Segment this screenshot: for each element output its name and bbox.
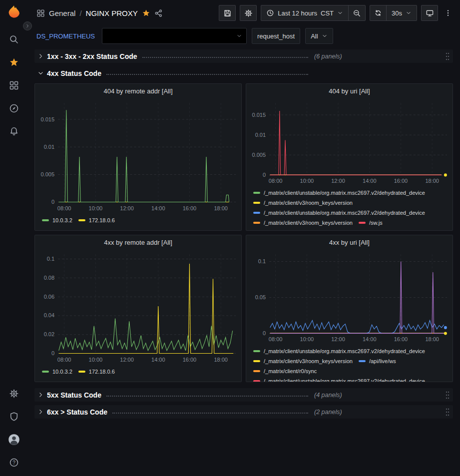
legend-item[interactable]: /api/live/ws — [359, 356, 396, 366]
refresh-button[interactable] — [370, 5, 387, 21]
favorite-star-icon[interactable] — [142, 9, 150, 17]
legend-item[interactable]: /_matrix/client/unstable/org.matrix.msc2… — [253, 208, 425, 218]
panel-404-by-remote-addr: 404 by remote addr [All] 00.0050.010.015… — [34, 83, 242, 231]
legend-series-marker — [359, 360, 366, 362]
sidebar-expand-button[interactable] — [23, 21, 32, 30]
legend-item[interactable]: /_matrix/client/unstable/org.matrix.msc2… — [253, 188, 425, 198]
search-icon — [9, 34, 19, 44]
panel-title[interactable]: 404 by uri [All] — [329, 87, 370, 95]
row-title[interactable]: 5xx Status Code — [47, 391, 101, 399]
chevron-right-icon — [37, 53, 44, 59]
time-range-picker[interactable]: Last 12 hours CST — [261, 5, 349, 21]
row-title-block: 6xx > Status Code — [34, 408, 308, 416]
svg-text:0: 0 — [263, 330, 266, 336]
sidebar-item-search[interactable] — [3, 28, 24, 51]
kebab-icon — [444, 9, 452, 17]
panel-title[interactable]: 404 by remote addr [All] — [103, 87, 172, 95]
svg-text:0.015: 0.015 — [252, 112, 266, 118]
cycle-view-mode-button[interactable] — [421, 5, 438, 21]
row-panel-count: (4 panels) — [314, 392, 342, 399]
legend-item[interactable]: 10.0.3.2 — [42, 367, 72, 377]
row-4xx[interactable]: 4xx Status Code — [34, 66, 453, 80]
svg-text:08:00: 08:00 — [269, 336, 283, 342]
legend-item[interactable]: /_matrix/client/r0/sync — [253, 366, 317, 376]
panel-title[interactable]: 4xx by uri [All] — [329, 239, 370, 246]
row-title[interactable]: 1xx - 3xx - 2xx Status Code — [47, 52, 137, 60]
row-6xx[interactable]: 6xx > Status Code (2 panels) — [34, 405, 453, 419]
legend-item[interactable]: /_matrix/client/unstable/org.matrix.msc2… — [253, 376, 425, 382]
datasource-variable-select[interactable] — [102, 28, 247, 44]
panel-header[interactable]: 4xx by remote addr [All] — [35, 235, 241, 249]
svg-text:18:00: 18:00 — [214, 205, 228, 211]
legend-item[interactable]: /_matrix/client/unstable/org.matrix.msc2… — [253, 346, 425, 356]
legend-series-marker — [253, 222, 260, 224]
save-dashboard-button[interactable] — [219, 5, 236, 21]
sidebar-item-explore[interactable] — [3, 97, 24, 120]
row-dots-leader — [142, 57, 308, 58]
row-title-block: 5xx Status Code — [34, 391, 308, 399]
request-host-label-text: request_host — [257, 32, 295, 40]
legend-item[interactable]: /sw.js — [359, 218, 383, 228]
svg-text:0.1: 0.1 — [47, 256, 54, 262]
panel-body: 00.0050.010.01508:0010:0012:0014:0016:00… — [246, 98, 453, 230]
dashboard-settings-button[interactable] — [240, 5, 257, 21]
legend-item[interactable]: 172.18.0.6 — [78, 367, 115, 377]
legend-series-marker — [42, 371, 49, 373]
legend-item[interactable]: 10.0.3.2 — [42, 215, 72, 225]
svg-text:08:00: 08:00 — [269, 178, 283, 184]
chart-4xx-by-remote-addr[interactable]: 00.020.040.060.080.108:0010:0012:0014:00… — [38, 249, 238, 366]
sidebar-item-alerting[interactable] — [3, 120, 24, 143]
svg-text:08:00: 08:00 — [57, 205, 71, 211]
legend-item[interactable]: /_matrix/client/v3/room_keys/version — [253, 198, 353, 208]
panel-title[interactable]: 4xx by remote addr [All] — [104, 239, 172, 246]
share-icon[interactable] — [154, 9, 163, 17]
row-drag-handle[interactable] — [445, 52, 450, 61]
row-1xx-3xx-2xx[interactable]: 1xx - 3xx - 2xx Status Code (6 panels) — [34, 49, 453, 63]
clock-icon — [266, 9, 274, 17]
row-panel-count: (6 panels) — [314, 53, 342, 60]
legend-series-label: /_matrix/client/r0/sync — [264, 368, 317, 374]
zoom-out-button[interactable] — [349, 5, 366, 21]
more-options-button[interactable] — [442, 5, 454, 21]
row-drag-handle[interactable] — [445, 391, 450, 400]
legend-series-label: /_matrix/client/unstable/org.matrix.msc2… — [264, 378, 425, 382]
chart-404-by-remote-addr[interactable]: 00.0050.010.01508:0010:0012:0014:0016:00… — [38, 98, 238, 214]
sidebar-item-profile[interactable] — [3, 428, 24, 451]
row-drag-handle[interactable] — [445, 408, 450, 417]
legend-series-label: /_matrix/client/unstable/org.matrix.msc2… — [264, 190, 425, 196]
svg-text:0: 0 — [51, 199, 54, 205]
row-title[interactable]: 4xx Status Code — [47, 69, 101, 77]
chart-4xx-by-uri[interactable]: 00.050.108:0010:0012:0014:0016:0018:00 — [249, 249, 450, 345]
dashboard-title[interactable]: NGINX PROXY — [86, 9, 138, 17]
sidebar-item-starred[interactable] — [3, 51, 24, 74]
sidebar-item-server-admin[interactable] — [3, 405, 24, 428]
legend-series-label: 172.18.0.6 — [89, 369, 115, 375]
panel-header[interactable]: 4xx by uri [All] — [246, 235, 453, 249]
request-host-variable-select[interactable]: All — [305, 28, 333, 44]
sidebar-item-configuration[interactable] — [3, 382, 24, 405]
row-dots-leader — [112, 413, 308, 414]
sidebar-item-help[interactable]: ? — [3, 451, 24, 474]
panel-header[interactable]: 404 by remote addr [All] — [35, 84, 241, 98]
chevron-down-icon — [406, 10, 412, 16]
chart-404-by-uri[interactable]: 00.0050.010.01508:0010:0012:0014:0016:00… — [249, 98, 450, 187]
datasource-variable-label[interactable]: DS_PROMETHEUS — [34, 32, 97, 40]
row-5xx[interactable]: 5xx Status Code (4 panels) — [34, 388, 453, 402]
chevron-down-icon — [337, 10, 343, 16]
grafana-logo[interactable] — [5, 4, 23, 22]
panel-body: 00.050.108:0010:0012:0014:0016:0018:00 /… — [246, 249, 453, 382]
user-avatar — [8, 434, 20, 446]
sidebar-item-dashboards[interactable] — [3, 74, 24, 97]
refresh-interval-dropdown[interactable]: 30s — [387, 5, 417, 21]
legend-item[interactable]: 172.18.0.6 — [78, 215, 115, 225]
zoom-out-icon — [353, 9, 361, 17]
main-area: General / NGINX PROXY — [27, 0, 460, 476]
breadcrumb-section[interactable]: General — [49, 9, 75, 17]
row-title[interactable]: 6xx > Status Code — [47, 408, 107, 416]
top-navigation: General / NGINX PROXY — [27, 0, 460, 26]
legend-series-label: /_matrix/client/unstable/org.matrix.msc2… — [264, 210, 425, 216]
panel-header[interactable]: 404 by uri [All] — [246, 84, 453, 98]
row-dots-leader — [106, 74, 308, 75]
legend-item[interactable]: /_matrix/client/v3/room_keys/version — [253, 356, 353, 366]
legend-item[interactable]: /_matrix/client/v3/room_keys/version — [253, 218, 353, 228]
